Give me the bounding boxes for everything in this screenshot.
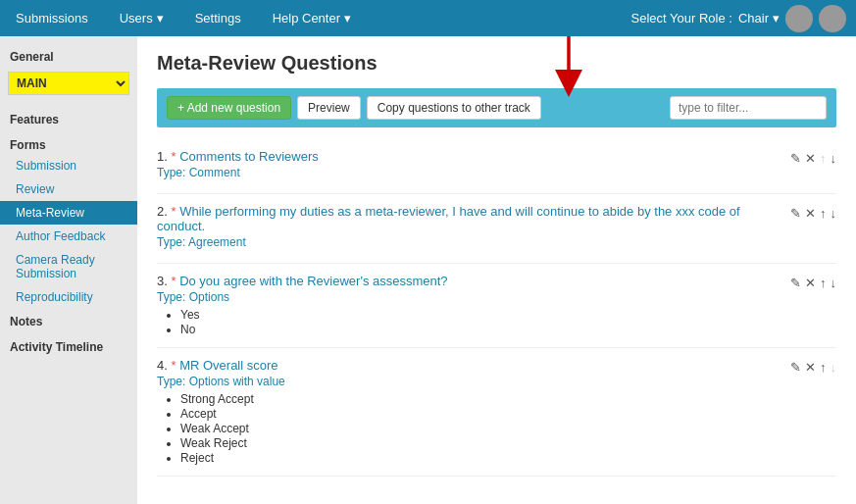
role-caret-icon: ▾: [773, 11, 780, 25]
question-1-type-value: Comment: [189, 166, 240, 179]
sidebar-features-label: Features: [0, 107, 137, 128]
down-icon-q1[interactable]: ↓: [831, 151, 837, 166]
question-2: 2. * While performing my duties as a met…: [157, 194, 836, 264]
sidebar-item-author-feedback[interactable]: Author Feedback: [0, 225, 137, 248]
question-3-title: Do you agree with the Reviewer's assessm…: [179, 274, 447, 288]
question-4-type-value: Options with value: [189, 375, 285, 388]
sidebar-activity-timeline[interactable]: Activity Timeline: [0, 334, 137, 360]
option-reject: Reject: [180, 451, 782, 465]
question-2-required: *: [171, 204, 179, 219]
up-icon-q3[interactable]: ↑: [820, 276, 827, 290]
sidebar-item-review[interactable]: Review: [0, 177, 137, 201]
question-1: 1. * Comments to Reviewers Type: Comment…: [157, 139, 836, 194]
question-3-type: Type: Options: [157, 290, 782, 304]
avatar: [785, 5, 813, 32]
question-4-required: *: [171, 358, 179, 373]
questions-toolbar: + Add new question Preview Copy question…: [157, 88, 836, 127]
question-2-number: 2.: [157, 204, 171, 219]
question-3-actions: ✎ ✕ ↑ ↓: [790, 276, 836, 290]
nav-helpcenter[interactable]: Help Center ▾: [267, 7, 357, 29]
question-1-number: 1.: [157, 149, 171, 164]
role-selector[interactable]: Chair ▾: [738, 11, 780, 25]
filter-input[interactable]: [670, 96, 827, 120]
option-yes: Yes: [180, 308, 782, 322]
delete-icon-q4[interactable]: ✕: [805, 360, 816, 375]
nav-submissions[interactable]: Submissions: [10, 7, 94, 29]
down-icon-q4: ↓: [831, 360, 837, 375]
copy-questions-button[interactable]: Copy questions to other track: [367, 96, 541, 120]
question-1-type: Type: Comment: [157, 166, 782, 179]
users-caret-icon: ▾: [157, 11, 164, 25]
main-track-dropdown[interactable]: MAIN TRACK 2: [8, 72, 129, 95]
option-accept: Accept: [180, 407, 782, 421]
question-3-options: Yes No: [180, 308, 782, 336]
nav-users[interactable]: Users ▾: [114, 7, 170, 29]
question-3-required: *: [171, 274, 179, 288]
top-navigation: Submissions Users ▾ Settings Help Center…: [0, 0, 856, 36]
delete-icon-q1[interactable]: ✕: [805, 151, 816, 166]
question-3: 3. * Do you agree with the Reviewer's as…: [157, 264, 836, 348]
toolbar-container: + Add new question Preview Copy question…: [157, 88, 836, 127]
main-content: Meta-Review Questions + Add new question…: [137, 36, 856, 504]
question-3-text: 3. * Do you agree with the Reviewer's as…: [157, 274, 782, 288]
page-title: Meta-Review Questions: [157, 52, 836, 75]
question-4: 4. * MR Overall score Type: Options with…: [157, 348, 836, 477]
sidebar-notes[interactable]: Notes: [0, 309, 137, 334]
edit-icon-q2[interactable]: ✎: [790, 206, 801, 221]
question-1-actions: ✎ ✕ ↑ ↓: [790, 151, 836, 166]
question-4-body: 4. * MR Overall score Type: Options with…: [157, 358, 782, 466]
question-3-number: 3.: [157, 274, 171, 288]
question-1-body: 1. * Comments to Reviewers Type: Comment: [157, 149, 782, 183]
down-icon-q2[interactable]: ↓: [831, 206, 837, 221]
sidebar: General MAIN TRACK 2 Features Forms Subm…: [0, 36, 137, 504]
sidebar-item-camera-ready[interactable]: Camera Ready Submission: [0, 248, 137, 285]
question-3-body: 3. * Do you agree with the Reviewer's as…: [157, 274, 782, 337]
up-icon-q2[interactable]: ↑: [820, 206, 827, 221]
up-icon-q4[interactable]: ↑: [820, 360, 827, 375]
sidebar-item-submission[interactable]: Submission: [0, 154, 137, 177]
option-strong-accept: Strong Accept: [180, 392, 782, 406]
sidebar-item-reproducibility[interactable]: Reproducibility: [0, 285, 137, 309]
question-1-required: *: [171, 149, 179, 164]
question-4-title: MR Overall score: [179, 358, 277, 373]
sidebar-item-meta-review[interactable]: Meta-Review: [0, 201, 137, 225]
question-2-actions: ✎ ✕ ↑ ↓: [790, 206, 836, 221]
nav-settings[interactable]: Settings: [189, 7, 247, 29]
sidebar-forms-label: Forms: [0, 132, 137, 154]
edit-icon-q4[interactable]: ✎: [790, 360, 801, 375]
question-2-body: 2. * While performing my duties as a met…: [157, 204, 782, 253]
add-question-button[interactable]: + Add new question: [167, 96, 291, 120]
question-2-title: While performing my duties as a meta-rev…: [157, 204, 740, 233]
question-4-number: 4.: [157, 358, 171, 373]
sidebar-general-label: General: [0, 44, 137, 68]
question-2-type-value: Agreement: [188, 235, 246, 249]
select-role-label: Select Your Role :: [631, 11, 732, 25]
question-4-actions: ✎ ✕ ↑ ↓: [790, 360, 836, 375]
down-icon-q3[interactable]: ↓: [831, 276, 837, 290]
question-4-options: Strong Accept Accept Weak Accept Weak Re…: [180, 392, 782, 465]
topnav-right: Select Your Role : Chair ▾: [631, 5, 846, 32]
up-icon-q1: ↑: [820, 151, 827, 166]
question-4-type: Type: Options with value: [157, 375, 782, 388]
option-no: No: [180, 323, 782, 336]
delete-icon-q2[interactable]: ✕: [805, 206, 816, 221]
page-layout: General MAIN TRACK 2 Features Forms Subm…: [0, 36, 856, 504]
question-2-type: Type: Agreement: [157, 235, 782, 249]
edit-icon-q3[interactable]: ✎: [790, 276, 801, 290]
avatar-2: [819, 5, 846, 32]
helpcenter-caret-icon: ▾: [344, 11, 351, 25]
question-1-text: 1. * Comments to Reviewers: [157, 149, 782, 164]
question-2-text: 2. * While performing my duties as a met…: [157, 204, 782, 233]
delete-icon-q3[interactable]: ✕: [805, 276, 816, 290]
question-3-type-value: Options: [189, 290, 229, 304]
edit-icon-q1[interactable]: ✎: [790, 151, 801, 166]
option-weak-reject: Weak Reject: [180, 436, 782, 450]
preview-button[interactable]: Preview: [297, 96, 361, 120]
question-1-title: Comments to Reviewers: [179, 149, 319, 164]
option-weak-accept: Weak Accept: [180, 422, 782, 435]
question-4-text: 4. * MR Overall score: [157, 358, 782, 373]
